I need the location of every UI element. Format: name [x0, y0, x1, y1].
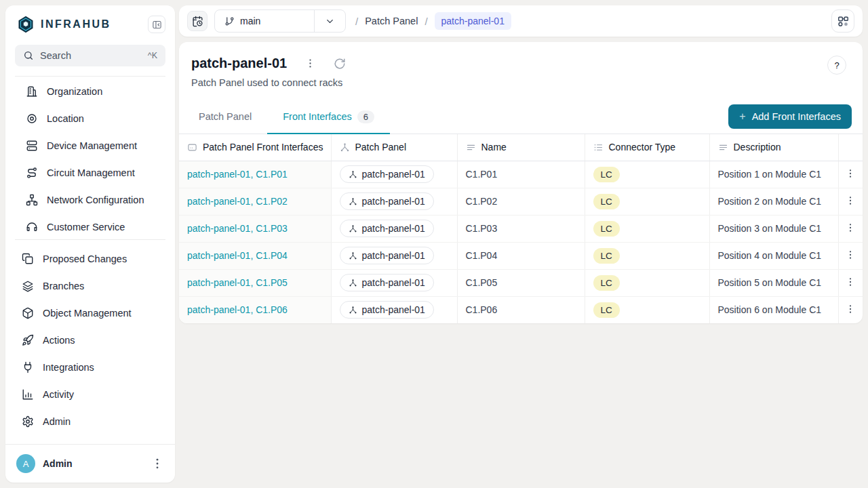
cell-patch-panel: patch-panel-01 [331, 269, 457, 296]
kebab-icon [845, 195, 856, 206]
interface-link[interactable]: patch-panel-01, C1.P04 [187, 250, 288, 261]
sidebar: INFRAHUB Search ^K OrganizationLocationD… [5, 5, 175, 483]
row-actions-button[interactable] [845, 304, 856, 314]
cell-connector-type: LC [585, 188, 709, 215]
sidebar-item-organization[interactable]: Organization [5, 78, 175, 105]
row-actions-button[interactable] [845, 222, 856, 233]
sidebar-item-network-configuration[interactable]: Network Configuration [5, 186, 175, 214]
time-travel-button[interactable] [187, 11, 208, 31]
sidebar-item-activity[interactable]: Activity [5, 381, 175, 408]
table-row: patch-panel-01, C1.P04patch-panel-01C1.P… [179, 242, 863, 269]
avatar: A [16, 454, 35, 473]
connector-type-badge: LC [593, 194, 620, 209]
patch-panel-chip[interactable]: patch-panel-01 [340, 301, 434, 319]
hierarchy-icon [349, 306, 357, 314]
add-front-interfaces-button[interactable]: + Add Front Interfaces [728, 104, 852, 129]
schema-visualizer-button[interactable] [831, 9, 854, 33]
sidebar-item-location[interactable]: Location [5, 105, 175, 132]
breadcrumb-separator: / [353, 16, 361, 27]
panel-collapse-icon [152, 20, 162, 30]
sidebar-item-proposed-changes[interactable]: Proposed Changes [5, 245, 175, 272]
kebab-icon [845, 222, 856, 233]
table-row: patch-panel-01, C1.P05patch-panel-01C1.P… [179, 269, 863, 296]
sidebar-item-actions[interactable]: Actions [5, 327, 175, 354]
rocket-icon [22, 334, 34, 346]
column-header-connector-type: Connector Type [585, 134, 709, 161]
table-row: patch-panel-01, C1.P06patch-panel-01C1.P… [179, 296, 863, 323]
app-title: INFRAHUB [41, 18, 148, 30]
sidebar-item-admin[interactable]: Admin [5, 408, 175, 435]
tab-patch-panel[interactable]: Patch Panel [183, 100, 267, 134]
gear-icon [22, 415, 34, 428]
text-icon [466, 142, 476, 152]
cell-connector-type: LC [585, 161, 709, 188]
list-icon [593, 142, 604, 152]
row-actions-button[interactable] [845, 195, 856, 206]
sidebar-item-customer-service[interactable]: Customer Service [5, 214, 175, 239]
branch-caret [314, 10, 345, 32]
column-header-actions [838, 134, 863, 161]
cell-name: C1.P06 [457, 296, 585, 323]
connector-type-badge: LC [593, 248, 620, 264]
hierarchy-icon [349, 279, 357, 287]
card-icon [187, 142, 197, 152]
cell-name: C1.P03 [457, 215, 585, 242]
sidebar-item-circuit-management[interactable]: Circuit Management [5, 159, 175, 186]
refresh-icon [334, 58, 346, 70]
row-actions-button[interactable] [845, 168, 856, 179]
box-icon [22, 307, 34, 319]
interface-link[interactable]: patch-panel-01, C1.P05 [187, 277, 288, 288]
cell-description: Position 5 on Module C1 [709, 269, 838, 296]
row-actions-button[interactable] [845, 249, 856, 260]
sidebar-item-object-management[interactable]: Object Management [5, 300, 175, 327]
interface-link[interactable]: patch-panel-01, C1.P02 [187, 196, 288, 207]
main-column: main / Patch Panel / patch-panel-01 patc… [179, 5, 863, 483]
sidebar-item-label: Integrations [43, 362, 94, 373]
cell-name: C1.P04 [457, 242, 585, 269]
sidebar-item-label: Location [47, 113, 84, 124]
sidebar-collapse-button[interactable] [148, 16, 165, 33]
sidebar-item-label: Proposed Changes [43, 253, 127, 264]
cell-actions [838, 242, 863, 269]
cell-display: patch-panel-01, C1.P01 [179, 161, 331, 188]
interface-link[interactable]: patch-panel-01, C1.P03 [187, 223, 288, 234]
interface-link[interactable]: patch-panel-01, C1.P01 [187, 169, 288, 180]
patch-panel-chip[interactable]: patch-panel-01 [340, 192, 434, 210]
cell-connector-type: LC [585, 269, 709, 296]
patch-panel-chip[interactable]: patch-panel-01 [340, 247, 434, 264]
sidebar-item-integrations[interactable]: Integrations [5, 354, 175, 381]
patch-panel-chip[interactable]: patch-panel-01 [340, 220, 434, 237]
branch-selector[interactable]: main [214, 9, 346, 33]
search-shortcut: ^K [148, 51, 157, 60]
column-header-patch-panel-front-interfaces: Patch Panel Front Interfaces [179, 134, 331, 161]
user-menu: A Admin [5, 444, 175, 483]
column-label: Connector Type [609, 142, 676, 152]
copy-icon [22, 253, 34, 265]
title-actions-button[interactable] [304, 58, 316, 69]
refresh-button[interactable] [334, 58, 346, 70]
cell-description: Position 3 on Module C1 [709, 215, 838, 242]
search-input[interactable]: Search ^K [15, 45, 165, 66]
breadcrumb-section[interactable]: Patch Panel [365, 16, 418, 26]
tab-front-interfaces[interactable]: Front Interfaces 6 [267, 100, 390, 134]
table-body: patch-panel-01, C1.P01patch-panel-01C1.P… [179, 161, 863, 323]
breadcrumb-item-chip[interactable]: patch-panel-01 [435, 12, 511, 30]
hierarchy-icon [349, 170, 357, 179]
row-actions-button[interactable] [845, 277, 856, 287]
cell-display: patch-panel-01, C1.P04 [179, 242, 331, 269]
sidebar-item-branches[interactable]: Branches [5, 272, 175, 300]
cell-connector-type: LC [585, 296, 709, 323]
branch-current: main [215, 10, 314, 32]
patch-panel-chip[interactable]: patch-panel-01 [340, 165, 434, 183]
cell-patch-panel: patch-panel-01 [331, 161, 457, 188]
user-actions-button[interactable] [151, 457, 164, 470]
patch-panel-chip[interactable]: patch-panel-01 [340, 274, 434, 291]
help-button[interactable]: ? [827, 56, 846, 75]
plus-icon: + [739, 110, 745, 123]
sidebar-item-device-management[interactable]: Device Management [5, 132, 175, 159]
column-label: Patch Panel [355, 142, 407, 152]
interface-link[interactable]: patch-panel-01, C1.P06 [187, 304, 288, 315]
table-row: patch-panel-01, C1.P03patch-panel-01C1.P… [179, 215, 863, 242]
schema-icon [837, 15, 850, 28]
hierarchy-icon [340, 142, 350, 152]
